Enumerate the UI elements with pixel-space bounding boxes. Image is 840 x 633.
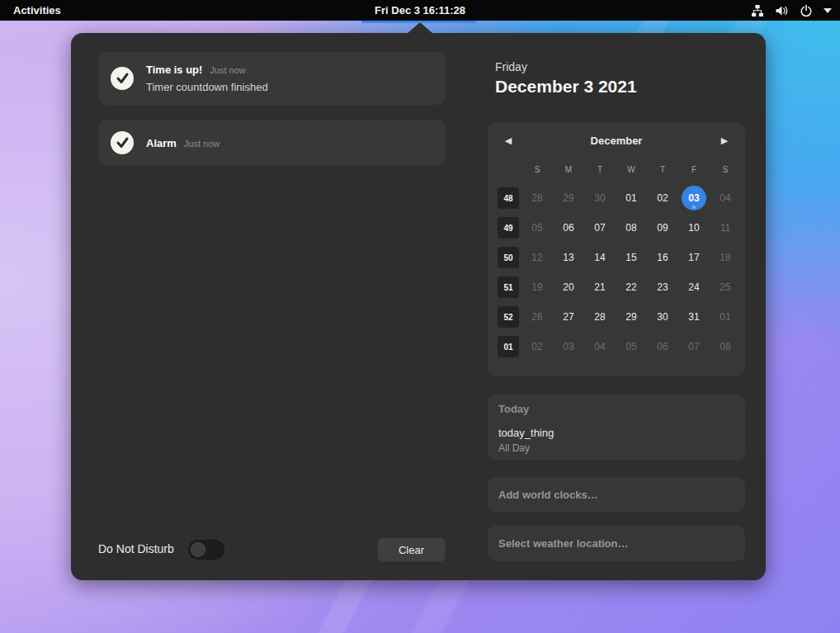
calendar-day[interactable]: 05 — [616, 341, 647, 352]
calendar-day[interactable]: 08 — [710, 341, 741, 352]
today-header: Today — [498, 403, 734, 415]
calendar-day[interactable]: 11 — [710, 222, 741, 234]
calendar-day[interactable]: 06 — [553, 222, 584, 234]
pane-divider — [474, 41, 475, 572]
calendar-day[interactable]: 28 — [584, 311, 616, 323]
date-title: December 3 2021 — [495, 77, 637, 97]
calendar-day[interactable]: 29 — [553, 192, 584, 204]
calendar-day[interactable]: 16 — [647, 252, 678, 263]
calendar-day[interactable]: 20 — [553, 281, 584, 293]
calendar-day[interactable]: 05 — [521, 222, 553, 234]
weekday-header: F — [678, 165, 710, 174]
notification-time: Just now — [210, 65, 245, 75]
activities-button[interactable]: Activities — [8, 0, 66, 21]
network-wired-icon — [751, 4, 764, 17]
clear-button[interactable]: Clear — [377, 537, 446, 562]
calendar-grid: SMTWTFS482829300102030449050607080910115… — [488, 158, 745, 361]
calendar-day[interactable]: 17 — [678, 252, 710, 263]
weekday-header: W — [616, 165, 647, 174]
calendar-day[interactable]: 22 — [616, 281, 647, 293]
calendar-day[interactable]: 26 — [521, 311, 553, 323]
calendar-day[interactable]: 01 — [710, 311, 741, 323]
popover-arrow — [407, 22, 433, 34]
notification-card[interactable]: AlarmJust now — [98, 120, 446, 166]
weekday-header: M — [553, 165, 584, 174]
toggle-knob — [191, 542, 205, 557]
do-not-disturb-label: Do Not Disturb — [98, 542, 174, 555]
add-world-clocks-button[interactable]: Add world clocks… — [488, 477, 745, 513]
top-bar: Activities Fri Dec 3 16:11:28 — [0, 0, 840, 21]
notification-card[interactable]: Time is up!Just nowTimer countdown finis… — [98, 52, 446, 105]
event-time: All Day — [498, 442, 734, 454]
calendar-nav: ◀ December ▶ — [488, 122, 745, 158]
calendar-day[interactable]: 30 — [584, 192, 616, 204]
calendar-day[interactable]: 14 — [584, 252, 616, 263]
week-number: 48 — [498, 187, 519, 209]
calendar-day[interactable]: 12 — [521, 252, 553, 263]
calendar-day[interactable]: 21 — [584, 281, 616, 293]
select-weather-location-label: Select weather location… — [498, 537, 629, 550]
prev-month-button[interactable]: ◀ — [499, 135, 517, 146]
notification-body: Timer countdown finished — [146, 81, 433, 93]
system-menu-button[interactable] — [751, 0, 832, 21]
calendar-day[interactable]: 24 — [678, 281, 710, 293]
week-number: 52 — [498, 306, 519, 328]
calendar-day[interactable]: 23 — [647, 281, 678, 293]
power-icon — [800, 4, 813, 17]
week-number: 01 — [498, 336, 519, 357]
notification-list: Time is up!Just nowTimer countdown finis… — [98, 52, 446, 181]
weekday-title: Friday — [495, 60, 527, 73]
calendar-day[interactable]: 04 — [584, 341, 616, 352]
calendar-day[interactable]: 30 — [647, 311, 678, 323]
calendar-day[interactable]: 07 — [584, 222, 616, 234]
calendar-day[interactable]: 01 — [616, 192, 647, 204]
next-month-button[interactable]: ▶ — [715, 135, 734, 146]
calendar-day[interactable]: 15 — [616, 252, 647, 263]
calendar-day[interactable]: 02 — [647, 192, 678, 204]
desktop: Activities Fri Dec 3 16:11:28 — [0, 0, 840, 633]
weekday-header: S — [521, 165, 553, 174]
calendar-day[interactable]: 07 — [678, 341, 710, 352]
calendar-popover: Time is up!Just nowTimer countdown finis… — [71, 33, 766, 580]
calendar-day[interactable]: 03 — [678, 186, 710, 210]
calendar-day[interactable]: 18 — [710, 252, 741, 263]
weekday-header: T — [584, 165, 616, 174]
event-title: today_thing — [498, 427, 734, 439]
week-number: 50 — [498, 247, 519, 268]
weekday-header: T — [647, 165, 678, 174]
do-not-disturb-toggle[interactable] — [188, 540, 224, 560]
notification-title: Time is up! — [146, 64, 202, 76]
select-weather-location-button[interactable]: Select weather location… — [488, 526, 745, 561]
calendar-day[interactable]: 03 — [553, 341, 584, 352]
calendar-day[interactable]: 09 — [647, 222, 678, 234]
calendar-day[interactable]: 19 — [521, 281, 553, 293]
week-number: 51 — [498, 276, 519, 298]
month-label: December — [591, 135, 643, 147]
calendar-day[interactable]: 06 — [647, 341, 678, 352]
today-events-card[interactable]: Today today_thing All Day — [488, 394, 745, 461]
week-number-spacer — [498, 158, 519, 180]
week-number: 49 — [498, 217, 519, 239]
chevron-down-icon — [823, 8, 832, 13]
notification-time: Just now — [184, 139, 219, 149]
calendar-day[interactable]: 10 — [678, 222, 710, 234]
clock-button[interactable]: Fri Dec 3 16:11:28 — [365, 0, 475, 21]
clock-check-icon — [111, 131, 134, 154]
clock-check-icon — [111, 67, 134, 90]
calendar-day[interactable]: 25 — [710, 281, 741, 293]
calendar-day[interactable]: 31 — [678, 311, 710, 323]
calendar-day[interactable]: 13 — [553, 252, 584, 263]
add-world-clocks-label: Add world clocks… — [498, 489, 598, 501]
calendar-day[interactable]: 04 — [710, 192, 741, 204]
calendar-day[interactable]: 28 — [521, 192, 553, 204]
calendar-day[interactable]: 27 — [553, 311, 584, 323]
calendar-day[interactable]: 02 — [521, 341, 553, 352]
volume-icon — [775, 4, 789, 17]
notification-title: Alarm — [146, 137, 177, 149]
clock-active-indicator — [361, 21, 476, 23]
calendar-day[interactable]: 08 — [616, 222, 647, 234]
calendar: ◀ December ▶ SMTWTFS48282930010203044905… — [488, 122, 745, 376]
calendar-day[interactable]: 29 — [616, 311, 647, 323]
weekday-header: S — [710, 165, 741, 174]
